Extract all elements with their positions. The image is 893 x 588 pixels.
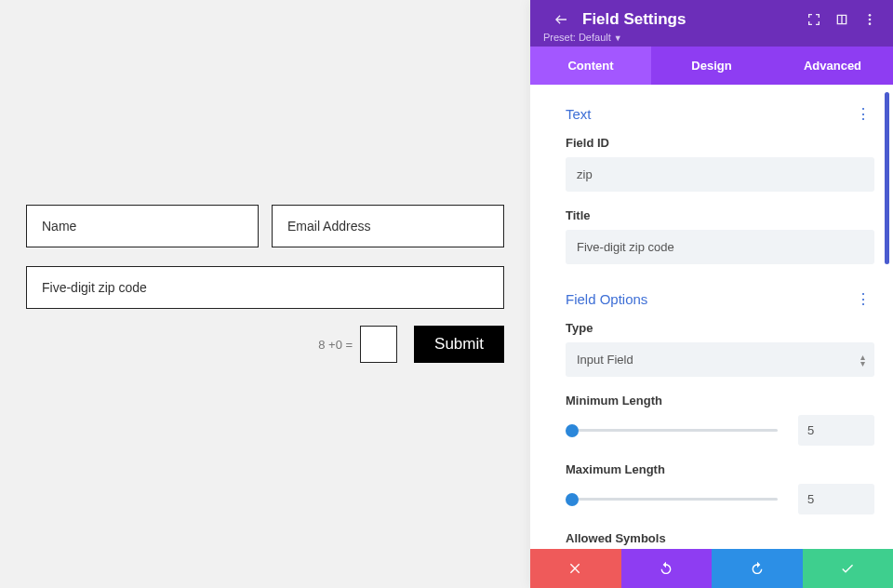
svg-point-0: [869, 14, 872, 17]
panel-tabs: Content Design Advanced: [530, 47, 893, 85]
save-button[interactable]: [803, 549, 894, 588]
section-options-title[interactable]: Field Options: [566, 291, 647, 307]
redo-button[interactable]: [712, 549, 803, 588]
submit-button[interactable]: Submit: [414, 326, 504, 363]
panel-title: Field Settings: [582, 10, 686, 29]
type-value: Input Field: [566, 342, 874, 377]
max-length-slider[interactable]: [566, 491, 778, 508]
expand-icon[interactable]: [804, 9, 824, 30]
redo-icon: [750, 561, 765, 576]
preset-selector[interactable]: Preset: Default▼: [543, 32, 880, 43]
check-icon: [840, 561, 855, 576]
panel-kebab-icon[interactable]: [860, 9, 880, 30]
field-id-input[interactable]: [566, 157, 874, 192]
zip-field[interactable]: Five-digit zip code: [26, 266, 504, 309]
min-length-label: Minimum Length: [566, 394, 874, 408]
close-icon: [568, 561, 583, 576]
settings-panel: Field Settings Preset: Default▼ Content …: [530, 0, 893, 588]
allowed-symbols-label: Allowed Symbols: [566, 531, 874, 545]
preset-label: Preset: Default: [543, 32, 611, 43]
panel-header: Field Settings Preset: Default▼: [530, 0, 893, 47]
panel-footer: [530, 549, 893, 588]
email-field[interactable]: Email Address: [272, 205, 504, 247]
name-field[interactable]: Name: [26, 205, 259, 247]
section-options-kebab-icon[interactable]: ⋮: [852, 290, 874, 308]
title-input[interactable]: [566, 230, 874, 264]
section-text-title[interactable]: Text: [566, 106, 592, 122]
type-select[interactable]: Input Field ▴▾: [566, 342, 874, 377]
form-canvas: Name Email Address Five-digit zip code 8…: [0, 0, 530, 588]
cancel-button[interactable]: [530, 549, 621, 588]
back-icon[interactable]: [551, 9, 571, 30]
max-length-value[interactable]: [798, 484, 874, 514]
tab-advanced[interactable]: Advanced: [772, 47, 893, 85]
title-label: Title: [566, 208, 874, 222]
captcha-label: 8 +0 =: [318, 338, 353, 352]
section-text-kebab-icon[interactable]: ⋮: [852, 105, 874, 123]
max-length-label: Maximum Length: [566, 462, 874, 476]
panel-layout-icon[interactable]: [832, 9, 852, 30]
tab-design[interactable]: Design: [651, 47, 772, 85]
undo-button[interactable]: [621, 549, 713, 588]
min-length-value[interactable]: [798, 415, 874, 446]
undo-icon: [659, 561, 673, 576]
tab-content[interactable]: Content: [530, 47, 651, 85]
chevron-down-icon: ▼: [614, 33, 622, 43]
svg-point-2: [869, 22, 872, 25]
captcha-input[interactable]: [360, 326, 397, 363]
field-id-label: Field ID: [566, 136, 874, 150]
svg-point-1: [869, 19, 872, 21]
panel-body: Text ⋮ Field ID Title Field Options ⋮ Ty…: [530, 85, 893, 549]
type-label: Type: [566, 321, 874, 335]
min-length-slider[interactable]: [566, 422, 778, 439]
